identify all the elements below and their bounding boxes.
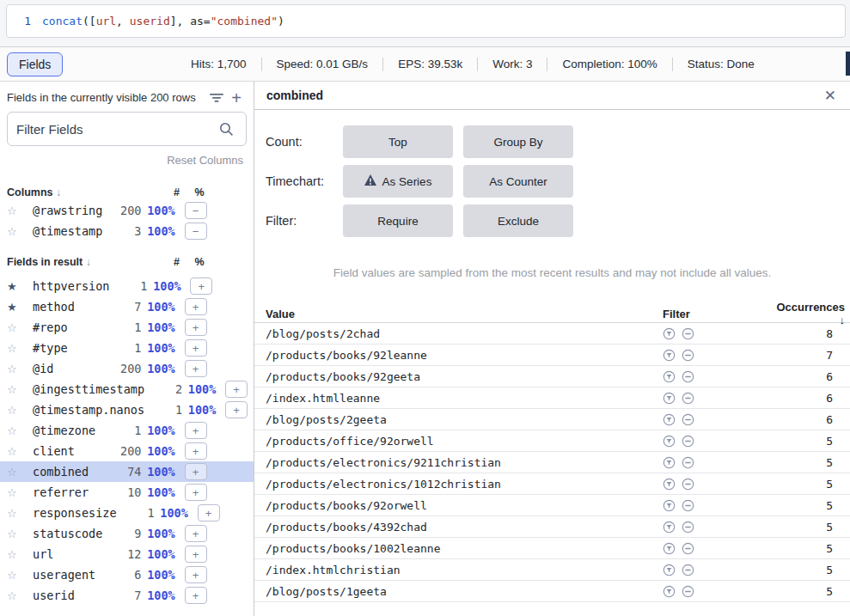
include-filter-icon[interactable] — [663, 499, 676, 512]
add-column-button[interactable]: + — [225, 401, 248, 418]
filter-fields-input[interactable] — [16, 122, 216, 137]
field-row-type[interactable]: ☆ #type 1 100% + — [0, 338, 254, 358]
field-row-referrer[interactable]: ☆ referrer 10 100% + — [0, 482, 254, 503]
field-row-method[interactable]: ★ method 7 100% + — [0, 296, 254, 317]
exclude-filter-icon[interactable] — [682, 564, 694, 576]
query-input[interactable]: 1 concat([url, userid], as="combined") — [6, 4, 846, 38]
occurrences-cell: 5 — [774, 499, 847, 512]
add-column-button[interactable]: + — [185, 525, 207, 542]
as-counter-button[interactable]: As Counter — [463, 165, 573, 198]
add-field-icon[interactable]: + — [228, 92, 245, 104]
remove-column-button[interactable]: − — [185, 202, 207, 219]
include-filter-icon[interactable] — [663, 542, 676, 555]
star-icon[interactable]: ☆ — [7, 384, 28, 395]
exclude-filter-icon[interactable] — [682, 349, 694, 362]
include-filter-icon[interactable] — [663, 413, 676, 426]
add-column-button[interactable]: + — [185, 587, 207, 604]
column-row-timestamp[interactable]: ☆ @timestamp 3 100% − — [0, 221, 254, 241]
exclude-filter-icon[interactable] — [682, 542, 694, 555]
exclude-button[interactable]: Exclude — [463, 204, 573, 237]
include-filter-icon[interactable] — [663, 478, 676, 491]
field-row-ingesttimestamp[interactable]: ☆ @ingesttimestamp 2 100% + — [0, 379, 254, 399]
star-icon[interactable]: ☆ — [7, 549, 28, 560]
column-row-rawstring[interactable]: ☆ @rawstring 200 100% − — [0, 200, 254, 221]
exclude-filter-icon[interactable] — [682, 392, 694, 405]
include-filter-icon[interactable] — [663, 456, 676, 469]
star-icon[interactable]: ☆ — [7, 363, 28, 375]
star-icon[interactable]: ☆ — [7, 205, 28, 217]
add-column-button[interactable]: + — [185, 463, 207, 480]
exclude-filter-icon[interactable] — [682, 370, 694, 383]
field-row-httpversion[interactable]: ★ httpversion 1 100% + — [0, 276, 254, 296]
field-row-id[interactable]: ☆ @id 200 100% + — [0, 358, 254, 379]
add-column-button[interactable]: + — [185, 339, 207, 357]
add-column-button[interactable]: + — [185, 484, 207, 501]
star-icon[interactable]: ☆ — [7, 446, 28, 457]
add-column-button[interactable]: + — [185, 546, 207, 563]
star-icon[interactable]: ☆ — [7, 528, 28, 540]
add-column-button[interactable]: + — [185, 422, 207, 439]
group-by-button[interactable]: Group By — [463, 125, 573, 158]
include-filter-icon[interactable] — [663, 327, 676, 340]
fields-tab-button[interactable]: Fields — [7, 52, 63, 76]
field-row-repo[interactable]: ☆ #repo 1 100% + — [0, 317, 254, 338]
filter-lines-icon[interactable] — [206, 93, 228, 103]
add-column-button[interactable]: + — [185, 566, 207, 583]
require-button[interactable]: Require — [343, 204, 453, 237]
reset-columns-link[interactable]: Reset Columns — [167, 154, 243, 167]
occurrences-cell: 6 — [774, 392, 847, 405]
star-icon[interactable]: ☆ — [7, 322, 28, 333]
add-column-button[interactable]: + — [225, 381, 248, 398]
field-row-timezone[interactable]: ☆ @timezone 1 100% + — [0, 420, 254, 441]
occurrences-column-header[interactable]: Occurrences ↓ — [774, 301, 847, 326]
exclude-filter-icon[interactable] — [682, 413, 694, 426]
include-filter-icon[interactable] — [663, 521, 676, 534]
field-row-statuscode[interactable]: ☆ statuscode 9 100% + — [0, 523, 254, 544]
field-row-useragent[interactable]: ☆ useragent 6 100% + — [0, 564, 254, 585]
add-column-button[interactable]: + — [185, 298, 207, 315]
as-series-button[interactable]: As Series — [343, 165, 453, 198]
top-button[interactable]: Top — [343, 125, 453, 158]
star-icon[interactable]: ☆ — [7, 570, 28, 581]
star-icon[interactable]: ☆ — [7, 405, 28, 416]
field-row-combined[interactable]: ☆ combined 74 100% + — [0, 461, 254, 482]
star-icon[interactable]: ☆ — [7, 487, 28, 498]
add-column-button[interactable]: + — [190, 278, 212, 295]
star-icon[interactable]: ☆ — [7, 343, 28, 354]
divider — [382, 58, 383, 71]
field-name: httpversion — [28, 279, 109, 293]
include-filter-icon[interactable] — [663, 349, 676, 362]
include-filter-icon[interactable] — [663, 435, 676, 448]
exclude-filter-icon[interactable] — [682, 478, 694, 491]
include-filter-icon[interactable] — [663, 370, 676, 383]
close-icon[interactable]: ✕ — [824, 87, 836, 105]
exclude-filter-icon[interactable] — [682, 327, 694, 340]
include-filter-icon[interactable] — [663, 392, 676, 405]
field-row-timestamp-nanos[interactable]: ☆ @timestamp.nanos 1 100% + — [0, 399, 254, 420]
include-filter-icon[interactable] — [663, 564, 676, 576]
add-column-button[interactable]: + — [185, 442, 207, 460]
exclude-filter-icon[interactable] — [682, 521, 694, 534]
add-column-button[interactable]: + — [185, 319, 207, 336]
star-icon[interactable]: ★ — [7, 281, 28, 292]
exclude-filter-icon[interactable] — [682, 585, 694, 598]
include-filter-icon[interactable] — [663, 585, 676, 598]
exclude-filter-icon[interactable] — [682, 456, 694, 469]
exclude-filter-icon[interactable] — [682, 499, 694, 512]
filter-column-header: Filter — [663, 308, 774, 320]
star-icon[interactable]: ☆ — [7, 226, 28, 237]
field-row-url[interactable]: ☆ url 12 100% + — [0, 544, 254, 564]
add-column-button[interactable]: + — [198, 504, 220, 521]
star-icon[interactable]: ★ — [7, 302, 28, 313]
field-row-userid[interactable]: ☆ userid 7 100% + — [0, 585, 254, 606]
star-icon[interactable]: ☆ — [7, 508, 28, 519]
remove-column-button[interactable]: − — [185, 223, 207, 240]
star-icon[interactable]: ☆ — [7, 425, 28, 436]
field-row-responsesize[interactable]: ☆ responsesize 1 100% + — [0, 503, 254, 523]
star-icon[interactable]: ☆ — [7, 467, 28, 478]
exclude-filter-icon[interactable] — [682, 435, 694, 448]
star-icon[interactable]: ☆ — [7, 590, 28, 601]
query-stats: Hits: 1,700 Speed: 0.01 GB/s EPS: 39.53k… — [191, 58, 755, 71]
add-column-button[interactable]: + — [185, 360, 207, 377]
field-row-client[interactable]: ☆ client 200 100% + — [0, 441, 254, 461]
